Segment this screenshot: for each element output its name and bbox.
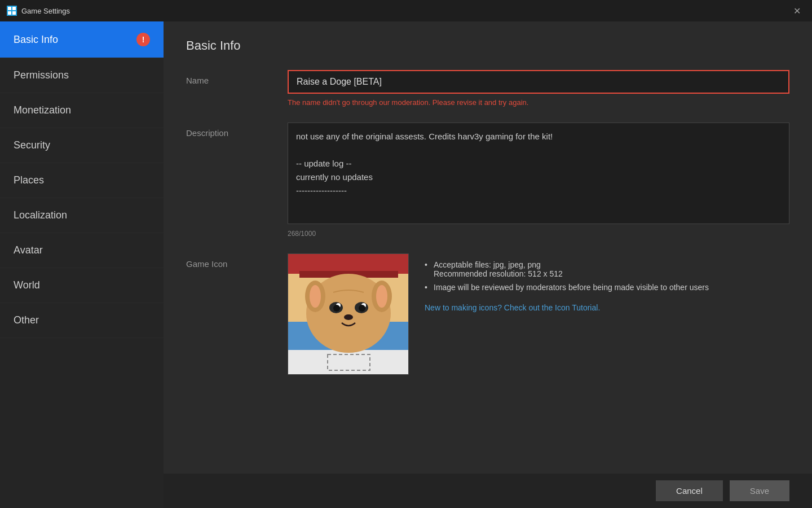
sidebar-item-label: Monetization [14, 104, 71, 116]
main-layout: Basic Info ! Permissions Monetization Se… [0, 21, 812, 508]
game-icon-label: Game Icon [186, 253, 288, 269]
svg-rect-7 [288, 350, 409, 375]
footer-bar: Cancel Save [164, 474, 812, 508]
svg-point-19 [359, 305, 365, 312]
svg-rect-0 [8, 7, 11, 10]
svg-point-18 [333, 305, 340, 312]
sidebar-item-basic-info[interactable]: Basic Info ! [0, 21, 164, 58]
description-label: Description [186, 122, 288, 138]
svg-point-20 [344, 314, 353, 320]
title-bar: Game Settings ✕ [0, 0, 812, 21]
sidebar-item-label: Localization [14, 209, 67, 221]
save-button[interactable]: Save [730, 480, 789, 501]
page-title: Basic Info [186, 38, 789, 53]
app-icon [7, 6, 17, 16]
cancel-button[interactable]: Cancel [656, 480, 723, 501]
name-control-area: The name didn't go through our moderatio… [288, 70, 789, 107]
sidebar-item-label: Security [14, 139, 50, 151]
sidebar-item-places[interactable]: Places [0, 163, 164, 198]
name-label: Name [186, 70, 288, 85]
sidebar-item-label: Permissions [14, 69, 69, 81]
description-row: Description not use any of the original … [186, 122, 789, 238]
close-button[interactable]: ✕ [789, 3, 805, 19]
game-icon-preview[interactable] [288, 253, 409, 375]
description-control-area: not use any of the original assests. Cre… [288, 122, 789, 238]
sidebar-item-label: Avatar [14, 244, 43, 256]
icon-info: Acceptable files: jpg, jpeg, png Recomme… [425, 253, 709, 312]
svg-rect-4 [288, 254, 409, 274]
icon-info-review: Image will be reviewed by moderators bef… [425, 281, 709, 294]
name-input[interactable] [288, 70, 789, 94]
sidebar-item-avatar[interactable]: Avatar [0, 233, 164, 268]
svg-rect-2 [8, 11, 11, 15]
error-badge: ! [136, 33, 150, 46]
doge-image-svg [288, 254, 409, 375]
sidebar-item-other[interactable]: Other [0, 303, 164, 338]
name-row: Name The name didn't go through our mode… [186, 70, 789, 107]
sidebar-item-localization[interactable]: Localization [0, 198, 164, 233]
content-area: Basic Info Name The name didn't go throu… [164, 21, 812, 474]
sidebar-item-monetization[interactable]: Monetization [0, 93, 164, 128]
sidebar-item-label: World [14, 279, 40, 291]
sidebar-item-security[interactable]: Security [0, 128, 164, 163]
sidebar-item-label: Basic Info [14, 34, 58, 46]
char-count: 268/1000 [288, 230, 789, 238]
sidebar-item-label: Places [14, 174, 44, 186]
svg-point-12 [310, 285, 321, 308]
icon-tutorial-link[interactable]: New to making icons? Check out the Icon … [425, 303, 709, 312]
game-icon-row: Game Icon [186, 253, 789, 375]
name-error-message: The name didn't go through our moderatio… [288, 98, 789, 107]
sidebar-item-permissions[interactable]: Permissions [0, 58, 164, 93]
description-textarea[interactable]: not use any of the original assests. Cre… [288, 122, 789, 224]
sidebar: Basic Info ! Permissions Monetization Se… [0, 21, 164, 508]
window-title: Game Settings [21, 7, 70, 15]
sidebar-item-world[interactable]: World [0, 268, 164, 303]
sidebar-item-label: Other [14, 314, 39, 326]
svg-point-13 [376, 285, 387, 308]
svg-rect-3 [12, 11, 16, 15]
svg-rect-1 [12, 7, 16, 10]
title-bar-left: Game Settings [7, 6, 70, 16]
icon-info-files: Acceptable files: jpg, jpeg, png Recomme… [425, 258, 709, 281]
